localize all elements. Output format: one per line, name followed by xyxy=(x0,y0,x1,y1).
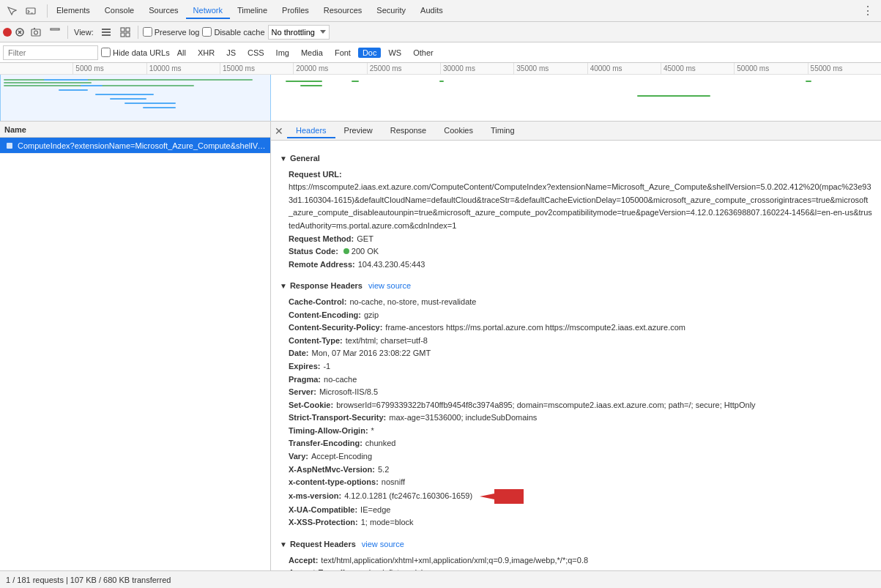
preserve-log-label[interactable]: Preserve log xyxy=(143,27,200,37)
request-header-row: Accept-Encoding: gzip, deflate, sdch xyxy=(280,567,872,570)
ruler-mark-9: 45000 ms xyxy=(661,63,734,74)
console-drawer-icon[interactable] xyxy=(22,2,40,20)
response-header-row: Set-Cookie: browserId=6799339322b740ffb9… xyxy=(280,399,872,412)
request-item-icon xyxy=(4,141,15,151)
response-header-row: Server: Microsoft-IIS/8.5 xyxy=(280,386,872,399)
close-details-button[interactable]: ✕ xyxy=(271,123,287,139)
svg-point-3 xyxy=(34,31,38,34)
tab-console[interactable]: Console xyxy=(97,3,141,19)
timeline-bar-8 xyxy=(637,95,710,97)
ruler-mark-4: 20000 ms xyxy=(293,63,366,74)
tab-headers[interactable]: Headers xyxy=(287,124,335,138)
response-header-value: text/html; charset=utf-8 xyxy=(346,335,428,348)
response-header-row: X-UA-Compatible: IE=edge xyxy=(280,504,872,517)
filter-type-other[interactable]: Other xyxy=(409,48,438,58)
throttle-select[interactable]: No throttling Offline Slow 3G Fast 3G Cu… xyxy=(268,25,330,40)
response-header-name: Content-Encoding: xyxy=(289,309,361,322)
svg-rect-8 xyxy=(102,34,111,36)
request-headers-section-header[interactable]: ▼ Request Headers view source xyxy=(280,538,872,551)
clear-button[interactable] xyxy=(15,27,25,37)
response-header-row: Content-Security-Policy: frame-ancestors… xyxy=(280,321,872,335)
tab-preview[interactable]: Preview xyxy=(335,124,382,138)
tab-security[interactable]: Security xyxy=(369,3,413,19)
response-header-name: X-XSS-Protection: xyxy=(289,516,358,529)
view-label: View: xyxy=(74,28,94,37)
svg-rect-12 xyxy=(126,33,130,37)
general-section-header[interactable]: ▼ General xyxy=(280,152,872,165)
view-list-icon[interactable] xyxy=(98,24,114,40)
tab-network[interactable]: Network xyxy=(186,3,230,19)
tab-elements[interactable]: Elements xyxy=(49,3,97,19)
svg-rect-5 xyxy=(51,29,59,30)
filter-type-font[interactable]: Font xyxy=(330,48,355,58)
response-header-row: X-AspNetMvc-Version: 5.2 xyxy=(280,464,872,477)
response-header-row: Date: Mon, 07 Mar 2016 23:08:22 GMT xyxy=(280,347,872,360)
filter-type-xhr[interactable]: XHR xyxy=(193,48,219,58)
response-header-value: 1; mode=block xyxy=(361,516,414,529)
hide-data-urls-checkbox[interactable] xyxy=(101,48,111,57)
request-headers-list: Accept: text/html,application/xhtml+xml,… xyxy=(280,554,872,570)
camera-button[interactable] xyxy=(28,24,44,40)
request-view-source-link[interactable]: view source xyxy=(362,538,404,551)
filter-input[interactable] xyxy=(3,45,98,60)
tab-response[interactable]: Response xyxy=(382,124,436,138)
disable-cache-checkbox[interactable] xyxy=(202,27,212,37)
request-list-header: Name xyxy=(0,122,270,138)
ruler-mark-0 xyxy=(0,63,73,74)
response-view-source-link[interactable]: view source xyxy=(368,280,411,293)
record-button[interactable] xyxy=(3,28,12,37)
response-header-name: Pragma: xyxy=(289,373,321,387)
request-header-name: Accept: xyxy=(289,554,318,567)
inspect-icon[interactable] xyxy=(3,2,21,20)
filter-type-css[interactable]: CSS xyxy=(243,48,269,58)
hide-data-urls-label[interactable]: Hide data URLs xyxy=(101,48,170,57)
response-header-name: Set-Cookie: xyxy=(289,399,333,412)
tab-cookies[interactable]: Cookies xyxy=(435,124,482,138)
timeline-area: 5000 ms 10000 ms 15000 ms 20000 ms 25000… xyxy=(0,63,881,122)
filter-type-js[interactable]: JS xyxy=(222,48,240,58)
response-header-value: IE=edge xyxy=(360,504,390,517)
tab-sources[interactable]: Sources xyxy=(141,3,185,19)
toolbar-divider-2 xyxy=(138,26,138,39)
disable-cache-label[interactable]: Disable cache xyxy=(202,27,264,37)
response-header-row: Timing-Allow-Origin: * xyxy=(280,425,872,438)
filter-icon-btn[interactable] xyxy=(47,24,63,40)
response-header-name: Server: xyxy=(289,386,316,399)
response-headers-triangle: ▼ xyxy=(280,280,287,292)
response-headers-section-header[interactable]: ▼ Response Headers view source xyxy=(280,280,872,293)
response-header-row: Content-Type: text/html; charset=utf-8 xyxy=(280,335,872,348)
response-header-value: gzip xyxy=(364,309,379,322)
request-header-value: text/html,application/xhtml+xml,applicat… xyxy=(321,554,588,567)
response-header-name: Cache-Control: xyxy=(289,296,346,309)
preserve-log-checkbox[interactable] xyxy=(143,27,152,37)
tab-timing[interactable]: Timing xyxy=(482,124,524,138)
response-header-name: Expires: xyxy=(289,360,320,373)
response-headers-list: Cache-Control: no-cache, no-store, must-… xyxy=(280,296,872,529)
view-grid-icon[interactable] xyxy=(117,24,133,40)
tab-timeline[interactable]: Timeline xyxy=(230,3,275,19)
tab-resources[interactable]: Resources xyxy=(316,3,370,19)
ruler-mark-10: 50000 ms xyxy=(734,63,807,74)
filter-type-ws[interactable]: WS xyxy=(384,48,406,58)
svg-rect-13 xyxy=(7,143,12,149)
request-list-panel: Name ComputeIndex?extensionName=Microsof… xyxy=(0,122,271,570)
response-header-row: x-ms-version: 4.12.0.1281 (fc2467c.16030… xyxy=(280,489,872,504)
response-header-name: Transfer-Encoding: xyxy=(289,437,363,450)
request-url-row: Request URL: https://mscompute2.iaas.ext… xyxy=(280,168,872,233)
filter-type-doc[interactable]: Doc xyxy=(358,48,382,58)
general-triangle: ▼ xyxy=(280,153,287,165)
request-header-row: Accept: text/html,application/xhtml+xml,… xyxy=(280,554,872,567)
response-header-value: chunked xyxy=(365,437,396,450)
tab-audits[interactable]: Audits xyxy=(413,3,450,19)
request-item-selected[interactable]: ComputeIndex?extensionName=Microsoft_Azu… xyxy=(0,138,270,154)
svg-rect-7 xyxy=(102,31,111,33)
more-options-icon[interactable]: ⋮ xyxy=(858,4,878,18)
tab-profiles[interactable]: Profiles xyxy=(275,3,316,19)
response-header-name: Date: xyxy=(289,347,309,360)
response-header-value: max-age=31536000; includeSubDomains xyxy=(389,412,537,425)
response-header-row: X-XSS-Protection: 1; mode=block xyxy=(280,516,872,529)
filter-type-all[interactable]: All xyxy=(173,48,190,58)
filter-type-media[interactable]: Media xyxy=(297,48,327,58)
filter-type-img[interactable]: Img xyxy=(272,48,294,58)
ruler-mark-3: 15000 ms xyxy=(220,63,293,74)
